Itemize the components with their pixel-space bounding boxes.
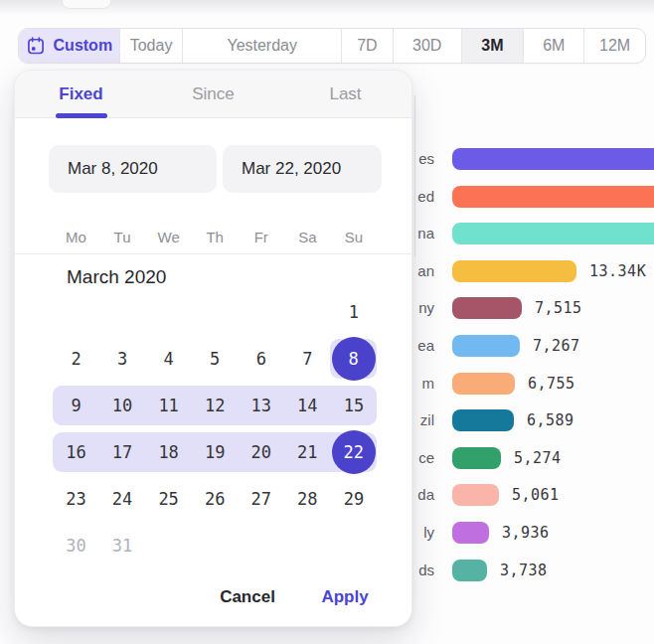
day-29[interactable]: 29 bbox=[330, 476, 377, 522]
day-17[interactable]: 17 bbox=[99, 429, 146, 475]
day-12[interactable]: 12 bbox=[192, 383, 239, 428]
day-1[interactable]: 1 bbox=[330, 289, 377, 335]
toolbar-item-today[interactable]: Today bbox=[120, 29, 184, 63]
page: CustomTodayYesterday7D30D3M6M12M ✓ esedn… bbox=[0, 0, 654, 644]
day-5[interactable]: 5 bbox=[192, 336, 239, 382]
calendar-icon bbox=[26, 36, 46, 56]
scrolled-element-remnant bbox=[62, 0, 111, 9]
day-11[interactable]: 11 bbox=[145, 383, 192, 428]
day-6[interactable]: 6 bbox=[238, 336, 284, 382]
day-28[interactable]: 28 bbox=[284, 476, 331, 522]
toolbar-item-30d[interactable]: 30D bbox=[394, 29, 462, 63]
day-3[interactable]: 3 bbox=[99, 336, 146, 382]
day-8-selected[interactable]: 8 bbox=[332, 337, 376, 381]
day-27[interactable]: 27 bbox=[238, 476, 284, 522]
active-tab-underline bbox=[56, 113, 107, 118]
toolbar-item-label: Yesterday bbox=[227, 37, 297, 55]
day-25[interactable]: 25 bbox=[145, 476, 192, 522]
day-14[interactable]: 14 bbox=[284, 383, 331, 428]
date-picker-tabs: FixedSinceLast bbox=[15, 71, 411, 118]
day-9[interactable]: 9 bbox=[53, 383, 99, 428]
bar-na[interactable] bbox=[452, 223, 654, 244]
day-16[interactable]: 16 bbox=[53, 429, 99, 475]
bar-value-label: 7,267 bbox=[533, 335, 580, 357]
toolbar-item-6m[interactable]: 6M bbox=[524, 29, 584, 63]
date-range-toolbar: CustomTodayYesterday7D30D3M6M12M bbox=[18, 28, 646, 64]
day-10[interactable]: 10 bbox=[99, 383, 146, 428]
toolbar-item-yesterday[interactable]: Yesterday bbox=[183, 29, 341, 63]
day-4[interactable]: 4 bbox=[145, 336, 192, 382]
day-18[interactable]: 18 bbox=[145, 429, 192, 475]
day-22-selected[interactable]: 22 bbox=[332, 430, 376, 474]
toolbar-item-label: Today bbox=[130, 37, 173, 55]
toolbar-item-label: 3M bbox=[481, 37, 503, 55]
tab-since[interactable]: Since bbox=[147, 71, 279, 117]
day-21[interactable]: 21 bbox=[284, 429, 331, 475]
toolbar-item-label: 30D bbox=[412, 37, 441, 55]
toolbar-item-label: Custom bbox=[54, 37, 113, 55]
day-7[interactable]: 7 bbox=[284, 336, 331, 382]
bar-ce[interactable] bbox=[452, 447, 501, 469]
divider bbox=[15, 253, 411, 254]
toolbar-item-label: 12M bbox=[599, 37, 630, 55]
toolbar-item-label: 7D bbox=[357, 37, 377, 55]
bar-ny[interactable] bbox=[452, 297, 522, 319]
month-label: March 2020 bbox=[67, 266, 166, 288]
weekday-we: We bbox=[145, 228, 192, 247]
day-2[interactable]: 2 bbox=[53, 336, 99, 382]
day-15[interactable]: 15 bbox=[330, 383, 377, 428]
tab-label: Fixed bbox=[59, 84, 102, 104]
toolbar-item-12m[interactable]: 12M bbox=[584, 29, 645, 63]
day-26[interactable]: 26 bbox=[192, 476, 239, 522]
bar-value-label: 5,061 bbox=[512, 484, 560, 506]
weekday-tu: Tu bbox=[99, 228, 146, 247]
bar-zil[interactable] bbox=[452, 409, 514, 431]
apply-button[interactable]: Apply bbox=[315, 584, 375, 610]
bar-ed[interactable] bbox=[452, 186, 654, 208]
bar-es[interactable] bbox=[452, 148, 654, 170]
bar-value-label: 7,515 bbox=[535, 297, 582, 319]
start-date-input[interactable]: Mar 8, 2020 bbox=[49, 145, 217, 193]
day-19[interactable]: 19 bbox=[192, 429, 239, 475]
day-30: 30 bbox=[53, 523, 99, 568]
weekday-mo: Mo bbox=[53, 228, 99, 247]
tab-last[interactable]: Last bbox=[279, 71, 411, 117]
date-picker-popup: FixedSinceLast Mar 8, 2020 Mar 22, 2020 … bbox=[14, 70, 412, 627]
bar-ly[interactable] bbox=[452, 522, 489, 544]
day-24[interactable]: 24 bbox=[99, 476, 146, 522]
bar-ds[interactable] bbox=[452, 560, 487, 581]
day-31: 31 bbox=[99, 523, 146, 568]
weekday-th: Th bbox=[192, 228, 239, 247]
toolbar-item-label: 6M bbox=[543, 37, 565, 55]
toolbar-item-3m[interactable]: 3M bbox=[462, 29, 525, 63]
day-20[interactable]: 20 bbox=[238, 429, 284, 475]
tab-label: Last bbox=[329, 84, 361, 104]
bar-an[interactable] bbox=[452, 260, 576, 282]
cancel-button[interactable]: Cancel bbox=[210, 584, 285, 610]
bar-value-label: 3,936 bbox=[502, 522, 550, 544]
weekday-sa: Sa bbox=[284, 228, 331, 247]
end-date-input[interactable]: Mar 22, 2020 bbox=[223, 145, 382, 193]
toolbar-item-custom[interactable]: Custom bbox=[19, 29, 120, 63]
bar-da[interactable] bbox=[452, 484, 499, 506]
tab-fixed[interactable]: Fixed bbox=[15, 71, 147, 117]
weekday-fr: Fr bbox=[238, 228, 284, 247]
bar-value-label: 6,589 bbox=[527, 409, 574, 431]
day-23[interactable]: 23 bbox=[53, 476, 99, 522]
bar-m[interactable] bbox=[452, 373, 515, 395]
bar-ea[interactable] bbox=[452, 335, 520, 357]
bar-value-label: 3,738 bbox=[500, 560, 548, 581]
weekday-su: Su bbox=[330, 228, 377, 247]
bar-value-label: 5,274 bbox=[514, 447, 562, 469]
tab-label: Since bbox=[192, 84, 235, 104]
day-13[interactable]: 13 bbox=[238, 383, 284, 428]
bar-value-label: 6,755 bbox=[528, 373, 575, 395]
bar-value-label: 13.34K bbox=[589, 260, 646, 282]
toolbar-item-7d[interactable]: 7D bbox=[342, 29, 394, 63]
